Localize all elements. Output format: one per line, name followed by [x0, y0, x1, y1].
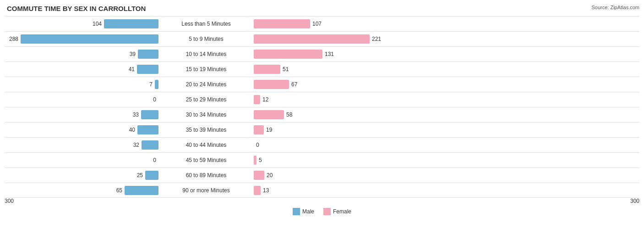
male-bar: [125, 186, 158, 195]
right-section: 67: [252, 80, 408, 89]
right-section: 0: [252, 140, 408, 150]
male-bar: [138, 50, 158, 59]
male-value: 40: [121, 127, 135, 133]
axis-labels: 300 300: [5, 198, 639, 205]
row-label: 60 to 89 Minutes: [160, 172, 252, 179]
legend-male: Male: [293, 208, 314, 215]
male-value: 33: [125, 112, 139, 118]
legend-female: Female: [323, 208, 351, 215]
row-label: Less than 5 Minutes: [160, 21, 252, 27]
female-bar: [254, 110, 284, 119]
legend-female-box: [323, 208, 331, 215]
female-value: 51: [283, 66, 296, 73]
bar-row: 104 Less than 5 Minutes 107: [5, 16, 639, 31]
left-section: 7: [5, 80, 160, 89]
left-section: 33: [5, 110, 160, 119]
female-bar: [254, 50, 322, 59]
right-section: 19: [252, 125, 408, 134]
bar-row: 0 25 to 29 Minutes 12: [5, 92, 639, 107]
male-value: 25: [129, 172, 143, 179]
female-bar: [254, 65, 280, 74]
row-label: 35 to 39 Minutes: [160, 127, 252, 133]
bar-row: 39 10 to 14 Minutes 131: [5, 46, 639, 61]
left-section: 39: [5, 50, 160, 59]
row-label: 90 or more Minutes: [160, 187, 252, 194]
row-label: 15 to 19 Minutes: [160, 66, 252, 73]
bar-row: 288 5 to 9 Minutes 221: [5, 31, 639, 46]
left-section: 41: [5, 65, 160, 74]
male-bar: [145, 171, 158, 180]
row-label: 25 to 29 Minutes: [160, 96, 252, 103]
male-bar: [104, 19, 158, 28]
axis-left: 300: [5, 198, 14, 204]
female-value: 19: [266, 127, 280, 133]
bar-row: 25 60 to 89 Minutes 20: [5, 167, 639, 183]
male-value: 104: [88, 21, 102, 27]
female-value: 221: [372, 36, 386, 42]
male-bar: [21, 34, 158, 44]
row-label: 30 to 34 Minutes: [160, 112, 252, 118]
female-bar: [254, 156, 257, 165]
left-section: 40: [5, 125, 160, 134]
left-section: 0: [5, 156, 160, 165]
right-section: 13: [252, 186, 408, 195]
left-section: 65: [5, 186, 160, 195]
female-value: 131: [325, 51, 338, 57]
male-value: 39: [122, 51, 136, 57]
legend-male-box: [293, 208, 300, 215]
bar-row: 41 15 to 19 Minutes 51: [5, 61, 639, 77]
female-bar: [254, 80, 289, 89]
female-bar: [254, 186, 261, 195]
row-label: 10 to 14 Minutes: [160, 51, 252, 57]
male-value: 288: [5, 36, 18, 42]
male-bar: [137, 125, 158, 134]
left-section: 104: [5, 19, 160, 28]
row-label: 5 to 9 Minutes: [160, 36, 252, 42]
legend-male-label: Male: [302, 208, 314, 215]
bar-row: 7 20 to 24 Minutes 67: [5, 77, 639, 92]
bars-area: 104 Less than 5 Minutes 107 288 5 to 9 M…: [5, 16, 639, 198]
female-bar: [254, 171, 264, 180]
male-value: 0: [142, 96, 156, 103]
female-value: 5: [259, 157, 273, 163]
male-value: 41: [121, 66, 135, 73]
male-bar: [155, 80, 158, 89]
right-section: 131: [252, 50, 408, 59]
right-section: 221: [252, 34, 408, 44]
female-bar: [254, 125, 264, 134]
right-section: 107: [252, 19, 408, 28]
female-value: 67: [291, 81, 305, 88]
right-section: 12: [252, 95, 408, 104]
male-value: 32: [126, 142, 139, 148]
source-label: Source: ZipAtlas.com: [591, 5, 639, 10]
legend-female-label: Female: [333, 208, 351, 215]
female-value: 107: [312, 21, 326, 27]
female-value: 20: [267, 172, 280, 179]
left-section: 0: [5, 95, 160, 104]
female-value: 0: [256, 142, 270, 148]
right-section: 51: [252, 65, 408, 74]
male-value: 7: [139, 81, 153, 88]
right-section: 20: [252, 171, 408, 180]
left-section: 32: [5, 140, 160, 150]
bar-row: 0 45 to 59 Minutes 5: [5, 152, 639, 167]
left-section: 25: [5, 171, 160, 180]
female-value: 12: [262, 96, 276, 103]
axis-right: 300: [630, 198, 639, 204]
female-bar: [254, 34, 370, 44]
right-section: 5: [252, 156, 408, 165]
female-value: 13: [263, 187, 277, 194]
bar-row: 65 90 or more Minutes 13: [5, 183, 639, 198]
male-value: 0: [142, 157, 156, 163]
male-value: 65: [109, 187, 122, 194]
legend: Male Female: [5, 208, 639, 215]
right-section: 58: [252, 110, 408, 119]
row-label: 40 to 44 Minutes: [160, 142, 252, 148]
bar-row: 40 35 to 39 Minutes 19: [5, 122, 639, 137]
row-label: 20 to 24 Minutes: [160, 81, 252, 88]
bar-row: 32 40 to 44 Minutes 0: [5, 137, 639, 152]
row-label: 45 to 59 Minutes: [160, 157, 252, 163]
male-bar: [141, 110, 158, 119]
female-bar: [254, 95, 260, 104]
male-bar: [137, 65, 158, 74]
